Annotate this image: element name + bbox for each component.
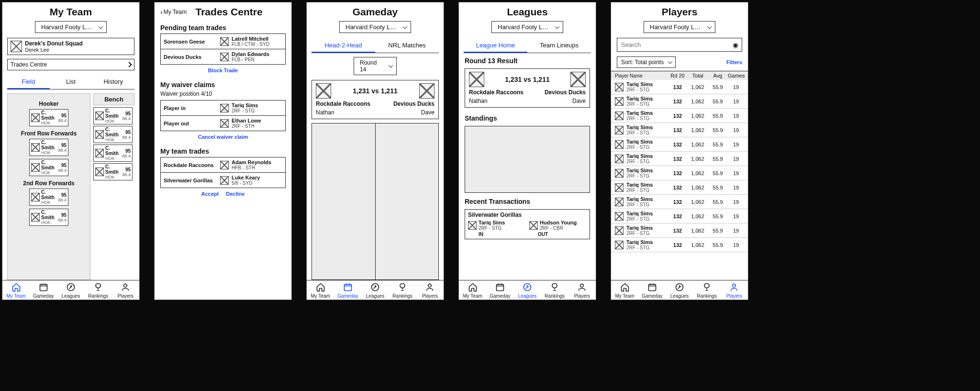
table-row[interactable]: Tariq Sims2RF - STG 1321,062 55.919 [611, 195, 748, 209]
screen-my-team: My Team Harvard Footy Leag… Derek's Donu… [2, 2, 140, 300]
team-header[interactable]: Derek's Donut Squad Derek Lee [7, 38, 134, 55]
nav-myteam[interactable]: My Team [307, 282, 334, 299]
filters-link[interactable]: Filters [726, 59, 742, 65]
table-row[interactable]: Tariq Sims2RF - STG 1321,062 55.919 [611, 123, 748, 137]
decline-link[interactable]: Decline [226, 191, 245, 197]
trade-row[interactable]: Sorensen Geese Latrell MitchellFLB / CTW… [161, 34, 285, 49]
league-selector[interactable]: Harvard Footy Leag… [339, 21, 411, 33]
chevron-left-icon: ‹ [160, 8, 163, 16]
tab-field[interactable]: Field [7, 75, 50, 89]
leagues-icon [66, 282, 76, 293]
player-card[interactable]: C. SmithHOK 9588.4 [29, 139, 68, 156]
search-input[interactable] [617, 38, 742, 52]
result-card[interactable]: 1,231 vs 1,211 Rockdale Raccoons Devious… [465, 68, 590, 108]
transaction-card[interactable]: Silverwater Gorillas Tariq Sims 2RF - ST… [465, 209, 590, 239]
player-card[interactable]: C. SmithHOK 9588.4 [29, 109, 68, 126]
nav-players[interactable]: Players [721, 282, 748, 299]
nav-gameday[interactable]: Gameday [486, 282, 513, 299]
leagues-icon [370, 282, 380, 293]
away-team-logo [419, 83, 434, 99]
nav-players[interactable]: Players [416, 282, 444, 299]
nav-leagues[interactable]: Leagues [666, 282, 693, 299]
tab-list[interactable]: List [50, 75, 92, 89]
position-label: Front Row Forwards [10, 130, 88, 137]
players-icon [425, 282, 434, 293]
players-icon [729, 282, 739, 293]
player-thumb [468, 221, 477, 230]
trade-row[interactable]: Rockdale Raccoons Adam ReynoldsHFB - STH [161, 157, 285, 172]
table-row[interactable]: Tariq Sims2RF - STG 1321,062 55.919 [611, 80, 748, 94]
table-row[interactable]: Tariq Sims2RF - STG 1321,062 55.919 [611, 209, 748, 223]
tab-nrl[interactable]: NRL Matches [375, 39, 439, 53]
trade-row[interactable]: Devious Ducks Dylan EdwardsFLB - PEN [161, 49, 285, 64]
away-lineup[interactable] [376, 123, 439, 279]
table-row[interactable]: Tariq Sims2RF - STG 1321,062 55.919 [611, 223, 748, 238]
table-row[interactable]: Tariq Sims2RF - STG 1321,062 55.919 [611, 180, 748, 195]
league-selector[interactable]: Harvard Footy Leag… [644, 21, 715, 33]
nav-myteam[interactable]: My Team [2, 282, 30, 299]
nav-leagues[interactable]: Leagues [361, 282, 389, 299]
rankings-icon [550, 282, 559, 293]
sort-selector[interactable]: Sort: Total points [617, 56, 676, 68]
nav-players[interactable]: Players [112, 282, 139, 299]
table-row[interactable]: Tariq Sims2RF - STG 1321,062 55.919 [611, 137, 748, 152]
nav-gameday[interactable]: Gameday [30, 282, 57, 299]
screen-leagues: Leagues Harvard Footy Leag… League Home … [458, 2, 596, 300]
waiver-in-row[interactable]: Player in Tariq Sims 2RF - STG [161, 101, 285, 115]
back-button[interactable]: ‹ My Team [160, 8, 187, 16]
player-thumb [31, 143, 40, 152]
table-row[interactable]: Tariq Sims2RF - STG 1321,062 55.919 [611, 94, 748, 109]
player-card[interactable]: C. SmithHOK 9588.4 [29, 209, 68, 226]
round-selector[interactable]: Round 14 [354, 57, 397, 75]
player-card[interactable]: C. SmithHOK 9588.4 [93, 126, 133, 143]
table-row[interactable]: Tariq Sims2RF - STG 1321,062 55.919 [611, 238, 748, 252]
nav-leagues[interactable]: Leagues [57, 282, 84, 299]
match-card[interactable]: 1,231 vs 1,211 Rockdale Raccoons Devious… [312, 80, 439, 119]
player-card[interactable]: C. SmithHOK 9588.4 [29, 159, 68, 176]
nav-leagues[interactable]: Leagues [513, 282, 541, 299]
lineup-split [312, 123, 439, 280]
nav-players[interactable]: Players [568, 282, 596, 299]
cancel-waiver-link[interactable]: Cancel waiver claim [155, 131, 291, 143]
player-card[interactable]: C. SmithHOK 9588.4 [29, 189, 68, 206]
league-selector[interactable]: Harvard Footy Leag… [35, 21, 107, 33]
myteam-icon [620, 282, 630, 293]
trades-centre-link[interactable]: Trades Centre [7, 59, 134, 70]
trade-row[interactable]: Silverwater Gorillas Luke Keary5/8 - SYD [161, 172, 285, 188]
visibility-icon[interactable]: ◉ [733, 41, 738, 49]
nav-gameday[interactable]: Gameday [638, 282, 666, 299]
table-row[interactable]: Tariq Sims2RF - STG 1321,062 55.919 [611, 109, 748, 123]
accept-link[interactable]: Accept [201, 191, 219, 197]
tab-h2h[interactable]: Head-2-Head [312, 39, 375, 53]
gameday-icon [647, 282, 657, 293]
player-thumb [615, 97, 624, 106]
bench-header: Bench [93, 93, 134, 105]
leagues-icon [523, 282, 532, 293]
player-card[interactable]: C. SmithHOK 9588.4 [93, 163, 133, 180]
player-thumb [615, 226, 624, 235]
nav-rankings[interactable]: Rankings [541, 282, 568, 299]
bottom-nav: My Team Gameday Leagues Rankings Players [307, 280, 444, 300]
waiver-out-row[interactable]: Player out Ethan Lowe 2RF - STH [161, 115, 285, 131]
standings-box[interactable] [465, 126, 590, 193]
nav-myteam[interactable]: My Team [611, 282, 638, 299]
tab-team-lineups[interactable]: Team Lineups [527, 39, 591, 53]
tab-history[interactable]: History [92, 75, 134, 89]
players-table: Player Name Rd 20 Total Avg Games Tariq … [611, 71, 748, 280]
tab-league-home[interactable]: League Home [464, 39, 527, 53]
player-card[interactable]: C. SmithHOK 9588.4 [93, 145, 133, 162]
nav-rankings[interactable]: Rankings [389, 282, 416, 299]
block-trade-link[interactable]: Block Trade [155, 65, 291, 76]
home-lineup[interactable] [312, 123, 376, 279]
player-thumb [615, 112, 624, 120]
player-card[interactable]: C. SmithHOK 9588.4 [93, 107, 133, 124]
league-selector[interactable]: Harvard Footy Leag… [491, 21, 563, 33]
table-row[interactable]: Tariq Sims2RF - STG 1321,062 55.919 [611, 166, 748, 180]
nav-rankings[interactable]: Rankings [85, 282, 112, 299]
nav-myteam[interactable]: My Team [459, 282, 486, 299]
player-thumb [615, 212, 624, 221]
table-row[interactable]: Tariq Sims2RF - STG 1321,062 55.919 [611, 152, 748, 166]
nav-rankings[interactable]: Rankings [693, 282, 721, 299]
nav-gameday[interactable]: Gameday [334, 282, 361, 299]
player-thumb [31, 193, 40, 201]
